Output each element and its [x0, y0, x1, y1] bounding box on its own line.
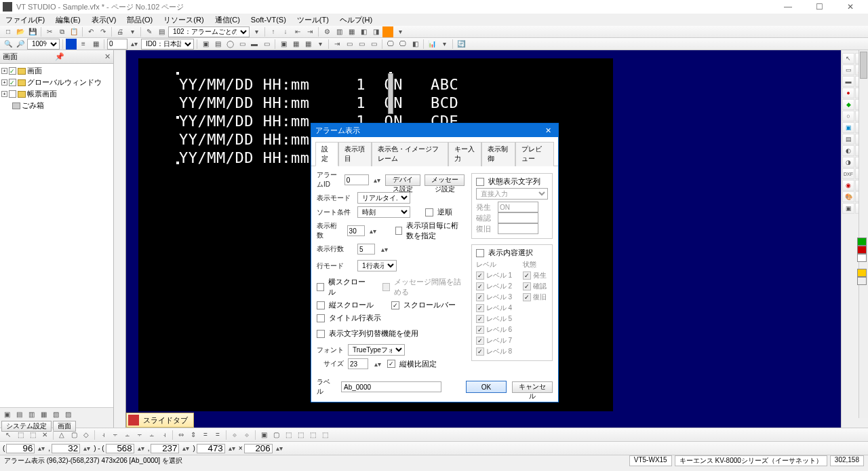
- print-icon[interactable]: 🖨: [115, 26, 125, 37]
- tab-colors[interactable]: 表示色・イメージフレーム: [372, 142, 448, 166]
- tool-icon[interactable]: ▭: [344, 39, 355, 50]
- new-icon[interactable]: □: [3, 26, 14, 37]
- tool-icon[interactable]: ▤: [14, 409, 24, 419]
- titlerow-checkbox[interactable]: [317, 314, 325, 322]
- aspect-checkbox[interactable]: [387, 360, 395, 368]
- nav-next-icon[interactable]: ⇥: [304, 26, 315, 37]
- tool-icon[interactable]: ⬚: [319, 430, 330, 440]
- chevron-down-icon[interactable]: ▾: [127, 26, 138, 37]
- dispmode-select[interactable]: リアルタイム表示: [357, 192, 410, 204]
- statusstr-checkbox[interactable]: [476, 178, 484, 186]
- tool-icon[interactable]: ◧: [358, 26, 369, 37]
- distribute-icon[interactable]: ⇕: [188, 430, 199, 440]
- palette-icon[interactable]: ○: [842, 111, 854, 121]
- fill-color-icon[interactable]: [66, 39, 77, 50]
- close-button[interactable]: ✕: [835, 1, 865, 13]
- tool-icon[interactable]: ▤: [212, 39, 223, 50]
- tool-icon[interactable]: ▣: [200, 39, 211, 50]
- distribute-icon[interactable]: ⇔: [176, 430, 186, 440]
- widget-scrollbar[interactable]: [388, 73, 393, 114]
- align-left-icon[interactable]: ⫞: [98, 430, 108, 440]
- save-icon[interactable]: 💾: [27, 26, 38, 37]
- tool-icon[interactable]: ⟐: [229, 430, 240, 440]
- tool-icon[interactable]: ▭: [356, 39, 367, 50]
- tool-icon[interactable]: ▦: [346, 26, 357, 37]
- tool-icon[interactable]: ▥: [334, 26, 344, 37]
- tool-icon[interactable]: ▣: [1, 409, 12, 419]
- tool-icon[interactable]: ✕: [39, 430, 50, 440]
- palette-icon[interactable]: ●: [842, 88, 854, 98]
- spinner-icon[interactable]: ▴▾: [226, 443, 237, 454]
- tool-icon[interactable]: ▦: [38, 409, 49, 419]
- slide-tab[interactable]: スライドタブ: [126, 413, 194, 428]
- tool-icon[interactable]: 📊: [427, 39, 437, 50]
- scrollbar-checkbox[interactable]: [391, 301, 399, 309]
- palette-icon[interactable]: ▣: [842, 203, 854, 214]
- palette-icon[interactable]: ◐: [842, 145, 854, 156]
- coord-x2[interactable]: [106, 444, 134, 453]
- palette-icon[interactable]: ▤: [842, 134, 854, 145]
- doc-icon[interactable]: ▤: [156, 26, 167, 37]
- spinner-icon[interactable]: ▴▾: [373, 174, 381, 185]
- num-input[interactable]: [107, 39, 127, 50]
- tool-icon[interactable]: ◧: [410, 39, 420, 50]
- coord-w[interactable]: [197, 444, 225, 453]
- edit-icon[interactable]: ✎: [144, 26, 155, 37]
- sort-select[interactable]: 時刻: [357, 206, 410, 218]
- pin-icon[interactable]: 📌: [55, 52, 64, 61]
- tool-icon[interactable]: ▣: [278, 39, 289, 50]
- tool-icon[interactable]: ▢: [68, 430, 79, 440]
- bring-front-icon[interactable]: ▣: [258, 430, 269, 440]
- alarm-row[interactable]: YY/MM/DD HH:mm 1 ON ABC: [179, 76, 458, 93]
- send-back-icon[interactable]: ▢: [271, 430, 281, 440]
- palette-rect-icon[interactable]: ▭: [842, 64, 854, 75]
- lang-select[interactable]: ID0：日本語: [141, 39, 194, 50]
- palette-cursor-icon[interactable]: ↖: [842, 53, 854, 64]
- tool-icon[interactable]: ▨: [62, 409, 73, 419]
- nav-down-icon[interactable]: ↓: [280, 26, 291, 37]
- alarm-id-input[interactable]: [344, 174, 369, 185]
- zoom-out-icon[interactable]: 🔎: [15, 39, 26, 50]
- equal-size-icon[interactable]: =: [212, 430, 223, 440]
- redo-icon[interactable]: ↷: [98, 26, 108, 37]
- tool-icon[interactable]: ↖: [3, 430, 14, 440]
- checkbox-icon[interactable]: [9, 79, 16, 86]
- message-button[interactable]: メッセージ設定: [425, 174, 465, 186]
- coord-h[interactable]: [244, 444, 273, 453]
- ungroup-icon[interactable]: ⬚: [295, 430, 306, 440]
- tool-icon[interactable]: ▬: [249, 39, 260, 50]
- peritem-checkbox[interactable]: [395, 227, 401, 235]
- digits-input[interactable]: [347, 225, 365, 236]
- tool-icon[interactable]: ◨: [370, 26, 381, 37]
- tool-icon[interactable]: ▭: [368, 39, 379, 50]
- font-select[interactable]: TrueTypeフォント: [348, 344, 405, 356]
- tool-icon[interactable]: ▭: [261, 39, 272, 50]
- coord-x[interactable]: [6, 444, 35, 453]
- hscroll-checkbox[interactable]: [317, 283, 324, 291]
- switchstr-checkbox[interactable]: [317, 330, 325, 338]
- chevron-down-icon[interactable]: ▾: [315, 39, 326, 50]
- tool-icon[interactable]: ⬚: [27, 430, 38, 440]
- coord-y2[interactable]: [151, 444, 179, 453]
- nav-prev-icon[interactable]: ⇤: [292, 26, 303, 37]
- palette-icon[interactable]: DXF: [842, 168, 854, 179]
- mini-palette[interactable]: [857, 238, 867, 285]
- coord-y[interactable]: [52, 444, 80, 453]
- tool-icon[interactable]: ⬚: [307, 430, 318, 440]
- zoom-select[interactable]: 100%: [27, 39, 60, 50]
- zoom-in-icon[interactable]: 🔍: [3, 39, 14, 50]
- tool-icon[interactable]: ⇥: [332, 39, 342, 50]
- align-icon[interactable]: ≡: [78, 39, 89, 50]
- menu-comm[interactable]: 通信(C): [212, 14, 243, 26]
- cut-icon[interactable]: ✂: [44, 26, 55, 37]
- spinner-icon[interactable]: ▴▾: [129, 39, 140, 50]
- menu-parts[interactable]: 部品(O): [124, 14, 155, 26]
- rows-input[interactable]: [357, 244, 375, 255]
- align-center-icon[interactable]: ⫟: [110, 430, 121, 440]
- tool-icon[interactable]: ⚙: [321, 26, 332, 37]
- vscroll-checkbox[interactable]: [317, 301, 325, 309]
- content-checkbox[interactable]: [476, 249, 484, 257]
- chevron-down-icon[interactable]: ▾: [395, 26, 406, 37]
- nav-up-icon[interactable]: ↑: [268, 26, 279, 37]
- monitor-icon[interactable]: 🖵: [385, 39, 396, 50]
